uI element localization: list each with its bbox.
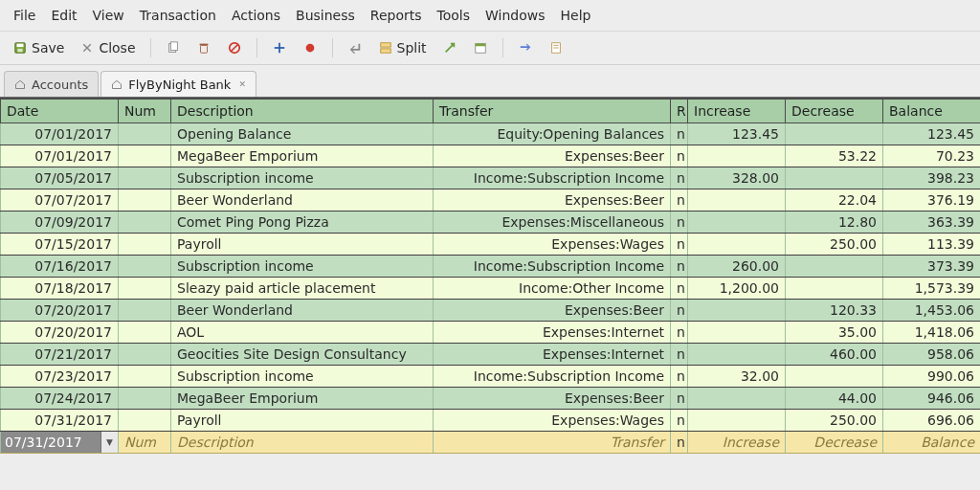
reconcile-cell[interactable]: n <box>671 344 688 366</box>
delete-button[interactable] <box>191 37 216 58</box>
desc-cell[interactable]: Beer Wonderland <box>171 300 434 322</box>
balance-cell[interactable]: 373.39 <box>883 256 981 278</box>
menu-reports[interactable]: Reports <box>363 4 430 27</box>
num-cell[interactable] <box>119 145 171 167</box>
menu-view[interactable]: View <box>85 4 132 27</box>
num-cell[interactable] <box>119 212 171 234</box>
desc-cell[interactable]: Beer Wonderland <box>171 189 434 212</box>
balance-cell[interactable]: 1,453.06 <box>883 300 981 322</box>
date-cell[interactable]: 07/07/2017 <box>1 189 119 212</box>
menu-tools[interactable]: Tools <box>429 4 478 27</box>
increase-cell[interactable] <box>688 410 786 432</box>
col-description[interactable]: Description <box>171 99 434 123</box>
num-cell[interactable] <box>119 167 171 189</box>
decrease-cell[interactable]: 250.00 <box>786 410 883 432</box>
table-row[interactable]: 07/05/2017Subscription incomeIncome:Subs… <box>1 167 981 189</box>
decrease-cell[interactable]: 35.00 <box>786 322 883 344</box>
menu-windows[interactable]: Windows <box>478 4 553 27</box>
blank-button[interactable] <box>267 37 292 58</box>
desc-cell[interactable]: AOL <box>171 322 434 344</box>
balance-cell[interactable]: 70.23 <box>883 145 981 167</box>
reconcile-cell[interactable]: n <box>671 189 688 212</box>
col-date[interactable]: Date <box>1 99 119 123</box>
date-cell[interactable]: 07/18/2017 <box>1 278 119 300</box>
entry-date-cell[interactable]: 07/31/2017 ▼ <box>1 432 119 454</box>
decrease-cell[interactable] <box>786 256 883 278</box>
table-row[interactable]: 07/01/2017Opening BalanceEquity:Opening … <box>1 123 981 145</box>
date-picker-button[interactable]: ▼ <box>100 432 118 453</box>
increase-cell[interactable] <box>688 300 786 322</box>
menu-file[interactable]: File <box>6 4 43 27</box>
save-button[interactable]: Save <box>8 37 69 58</box>
col-num[interactable]: Num <box>119 99 171 123</box>
table-row[interactable]: 07/18/2017Sleazy paid article placementI… <box>1 278 981 300</box>
transfer-cell[interactable]: Expenses:Internet <box>434 322 671 344</box>
num-cell[interactable] <box>119 388 171 410</box>
date-cell[interactable]: 07/31/2017 <box>1 410 119 432</box>
decrease-cell[interactable]: 120.33 <box>786 300 883 322</box>
transfer-cell[interactable]: Income:Subscription Income <box>434 167 671 189</box>
reconcile-cell[interactable]: n <box>671 145 688 167</box>
decrease-cell[interactable] <box>786 167 883 189</box>
reconcile-cell[interactable]: n <box>671 322 688 344</box>
table-row[interactable]: 07/01/2017MegaBeer EmporiumExpenses:Beer… <box>1 145 981 167</box>
desc-cell[interactable]: MegaBeer Emporium <box>171 145 434 167</box>
transfer-cell[interactable]: Expenses:Internet <box>434 344 671 366</box>
split-button[interactable]: Split <box>373 37 432 58</box>
table-row[interactable]: 07/31/2017PayrollExpenses:Wagesn250.0069… <box>1 410 981 432</box>
increase-cell[interactable]: 1,200.00 <box>688 278 786 300</box>
transfer-cell[interactable]: Expenses:Miscellaneous <box>434 212 671 234</box>
entry-date-input[interactable]: 07/31/2017 <box>1 432 100 453</box>
table-row[interactable]: 07/15/2017PayrollExpenses:Wagesn250.0011… <box>1 234 981 256</box>
desc-cell[interactable]: Sleazy paid article placement <box>171 278 434 300</box>
decrease-cell[interactable]: 53.22 <box>786 145 883 167</box>
entry-increase-cell[interactable]: Increase <box>688 432 786 454</box>
num-cell[interactable] <box>119 300 171 322</box>
increase-cell[interactable]: 260.00 <box>688 256 786 278</box>
entry-desc-cell[interactable]: Description <box>171 432 434 454</box>
balance-cell[interactable]: 113.39 <box>883 234 981 256</box>
date-cell[interactable]: 07/05/2017 <box>1 167 119 189</box>
increase-cell[interactable]: 32.00 <box>688 366 786 388</box>
num-cell[interactable] <box>119 322 171 344</box>
num-cell[interactable] <box>119 234 171 256</box>
balance-cell[interactable]: 958.06 <box>883 344 981 366</box>
increase-cell[interactable] <box>688 344 786 366</box>
increase-cell[interactable] <box>688 388 786 410</box>
table-row[interactable]: 07/07/2017Beer WonderlandExpenses:Beern2… <box>1 189 981 212</box>
desc-cell[interactable]: Subscription income <box>171 366 434 388</box>
entry-row[interactable]: 07/31/2017 ▼ Num Description Transfer n … <box>1 432 981 454</box>
menu-business[interactable]: Business <box>288 4 363 27</box>
num-cell[interactable] <box>119 189 171 212</box>
menu-actions[interactable]: Actions <box>224 4 288 27</box>
desc-cell[interactable]: Payroll <box>171 410 434 432</box>
transfer-cell[interactable]: Expenses:Beer <box>434 189 671 212</box>
increase-cell[interactable] <box>688 189 786 212</box>
entry-reconcile-cell[interactable]: n <box>671 432 688 454</box>
decrease-cell[interactable]: 44.00 <box>786 388 883 410</box>
date-cell[interactable]: 07/23/2017 <box>1 366 119 388</box>
reconcile-cell[interactable]: n <box>671 366 688 388</box>
entry-num-cell[interactable]: Num <box>119 432 171 454</box>
num-cell[interactable] <box>119 344 171 366</box>
desc-cell[interactable]: Subscription income <box>171 256 434 278</box>
table-row[interactable]: 07/21/2017Geocities Site Design Consulta… <box>1 344 981 366</box>
transfer-cell[interactable]: Expenses:Wages <box>434 234 671 256</box>
transfer-button[interactable] <box>513 37 538 58</box>
date-cell[interactable]: 07/15/2017 <box>1 234 119 256</box>
enter-button[interactable] <box>343 37 368 58</box>
desc-cell[interactable]: Subscription income <box>171 167 434 189</box>
increase-cell[interactable] <box>688 322 786 344</box>
jump-button[interactable] <box>437 37 462 58</box>
balance-cell[interactable]: 946.06 <box>883 388 981 410</box>
balance-cell[interactable]: 696.06 <box>883 410 981 432</box>
reconcile-cell[interactable]: n <box>671 278 688 300</box>
transfer-cell[interactable]: Expenses:Beer <box>434 300 671 322</box>
tab-accounts[interactable]: Accounts <box>4 71 99 97</box>
col-reconcile[interactable]: R <box>671 99 688 123</box>
date-cell[interactable]: 07/20/2017 <box>1 322 119 344</box>
decrease-cell[interactable] <box>786 123 883 145</box>
transfer-cell[interactable]: Expenses:Beer <box>434 145 671 167</box>
reconcile-cell[interactable]: n <box>671 256 688 278</box>
menu-transaction[interactable]: Transaction <box>132 4 224 27</box>
